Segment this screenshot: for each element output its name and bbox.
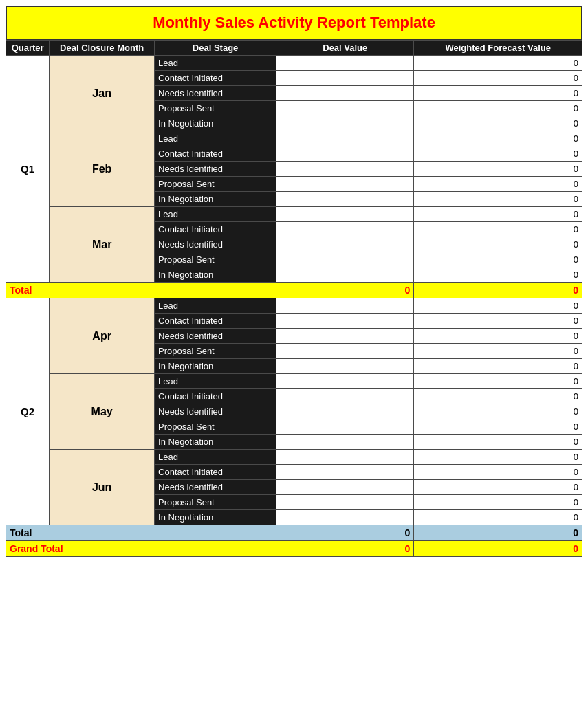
deal-value-cell[interactable] — [276, 252, 414, 267]
weighted-value-cell: 0 — [414, 329, 582, 344]
total-value: 0 — [276, 283, 414, 298]
weighted-value-cell: 0 — [414, 86, 582, 101]
deal-value-cell[interactable] — [276, 222, 414, 237]
stage-cell: Proposal Sent — [155, 344, 276, 359]
deal-value-cell[interactable] — [276, 480, 414, 495]
weighted-value-cell: 0 — [414, 435, 582, 450]
stage-cell: Needs Identified — [155, 404, 276, 419]
stage-cell: Contact Initiated — [155, 71, 276, 86]
deal-value-cell[interactable] — [276, 435, 414, 450]
weighted-value-cell: 0 — [414, 344, 582, 359]
weighted-value-cell: 0 — [414, 389, 582, 404]
deal-value-cell[interactable] — [276, 177, 414, 192]
deal-value-cell[interactable] — [276, 131, 414, 146]
table-row: Q2AprLead0 — [6, 298, 582, 314]
stage-cell: Lead — [155, 207, 276, 222]
header-row: Quarter Deal Closure Month Deal Stage De… — [6, 41, 582, 56]
stage-cell: In Negotiation — [155, 435, 276, 450]
stage-cell: Needs Identified — [155, 329, 276, 344]
table-row: Q1JanLead0 — [6, 56, 582, 71]
stage-cell: Needs Identified — [155, 162, 276, 177]
weighted-value-cell: 0 — [414, 177, 582, 192]
deal-value-cell[interactable] — [276, 419, 414, 435]
weighted-value-cell: 0 — [414, 495, 582, 510]
deal-value-cell[interactable] — [276, 329, 414, 344]
deal-value-cell[interactable] — [276, 450, 414, 465]
header-month: Deal Closure Month — [50, 41, 155, 56]
weighted-value-cell: 0 — [414, 480, 582, 495]
stage-cell: Proposal Sent — [155, 252, 276, 267]
stage-cell: Lead — [155, 131, 276, 146]
weighted-value-cell: 0 — [414, 419, 582, 435]
stage-cell: Needs Identified — [155, 237, 276, 252]
weighted-value-cell: 0 — [414, 267, 582, 283]
deal-value-cell[interactable] — [276, 162, 414, 177]
table-row: MarLead0 — [6, 207, 582, 222]
weighted-value-cell: 0 — [414, 131, 582, 146]
deal-value-cell[interactable] — [276, 116, 414, 131]
stage-cell: Needs Identified — [155, 480, 276, 495]
weighted-value-cell: 0 — [414, 192, 582, 207]
quarter-cell: Q1 — [6, 56, 50, 283]
grand-total-value: 0 — [276, 541, 414, 557]
header-weighted: Weighted Forecast Value — [414, 41, 582, 56]
stage-cell: In Negotiation — [155, 267, 276, 283]
deal-value-cell[interactable] — [276, 237, 414, 252]
table-row: FebLead0 — [6, 131, 582, 146]
stage-cell: Lead — [155, 56, 276, 71]
deal-value-cell[interactable] — [276, 404, 414, 419]
deal-value-cell[interactable] — [276, 56, 414, 71]
deal-value-cell[interactable] — [276, 207, 414, 222]
deal-value-cell[interactable] — [276, 71, 414, 86]
report-wrapper: Monthly Sales Activity Report Template Q… — [0, 0, 588, 562]
deal-value-cell[interactable] — [276, 298, 414, 314]
stage-cell: In Negotiation — [155, 359, 276, 374]
weighted-value-cell: 0 — [414, 222, 582, 237]
header-stage: Deal Stage — [155, 41, 276, 56]
deal-value-cell[interactable] — [276, 344, 414, 359]
deal-value-cell[interactable] — [276, 465, 414, 480]
stage-cell: Proposal Sent — [155, 177, 276, 192]
header-value: Deal Value — [276, 41, 414, 56]
deal-value-cell[interactable] — [276, 389, 414, 404]
total-weighted: 0 — [414, 525, 582, 541]
report-title: Monthly Sales Activity Report Template — [6, 6, 582, 40]
deal-value-cell[interactable] — [276, 192, 414, 207]
weighted-value-cell: 0 — [414, 116, 582, 131]
weighted-value-cell: 0 — [414, 101, 582, 116]
grand-total-weighted: 0 — [414, 541, 582, 557]
deal-value-cell[interactable] — [276, 495, 414, 510]
total-row: Total00 — [6, 283, 582, 298]
month-cell: Feb — [50, 131, 155, 207]
deal-value-cell[interactable] — [276, 359, 414, 374]
deal-value-cell[interactable] — [276, 510, 414, 525]
deal-value-cell[interactable] — [276, 86, 414, 101]
month-cell: Jan — [50, 56, 155, 131]
stage-cell: Contact Initiated — [155, 314, 276, 329]
weighted-value-cell: 0 — [414, 465, 582, 480]
weighted-value-cell: 0 — [414, 252, 582, 267]
deal-value-cell[interactable] — [276, 101, 414, 116]
total-label: Total — [6, 283, 276, 298]
grand-total-label: Grand Total — [6, 541, 276, 557]
stage-cell: Proposal Sent — [155, 419, 276, 435]
total-value: 0 — [276, 525, 414, 541]
report-table: Quarter Deal Closure Month Deal Stage De… — [6, 40, 582, 557]
deal-value-cell[interactable] — [276, 314, 414, 329]
weighted-value-cell: 0 — [414, 207, 582, 222]
weighted-value-cell: 0 — [414, 359, 582, 374]
stage-cell: Proposal Sent — [155, 495, 276, 510]
header-quarter: Quarter — [6, 41, 50, 56]
deal-value-cell[interactable] — [276, 374, 414, 389]
weighted-value-cell: 0 — [414, 298, 582, 314]
deal-value-cell[interactable] — [276, 267, 414, 283]
total-label: Total — [6, 525, 276, 541]
grand-total-row: Grand Total00 — [6, 541, 582, 557]
month-cell: May — [50, 374, 155, 450]
month-cell: Mar — [50, 207, 155, 283]
quarter-cell: Q2 — [6, 298, 50, 525]
stage-cell: In Negotiation — [155, 192, 276, 207]
stage-cell: Contact Initiated — [155, 222, 276, 237]
total-row: Total00 — [6, 525, 582, 541]
deal-value-cell[interactable] — [276, 146, 414, 162]
